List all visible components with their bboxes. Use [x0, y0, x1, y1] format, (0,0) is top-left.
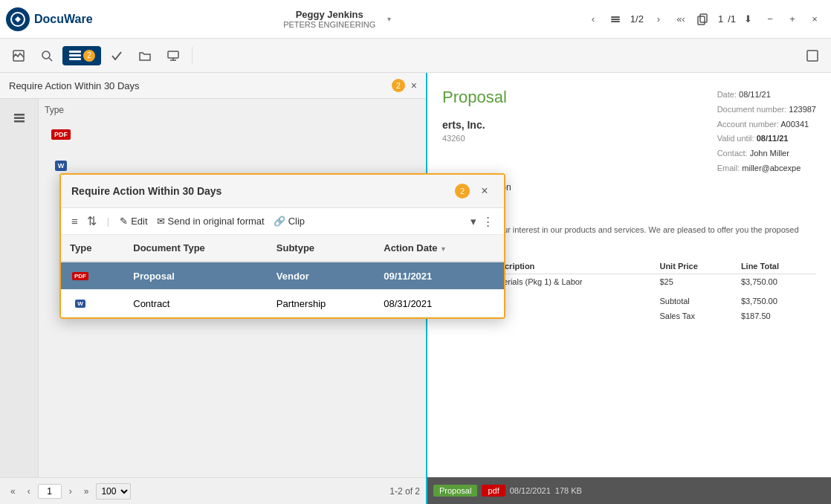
nav-chevron-right-icon[interactable]: › [648, 9, 669, 30]
nav-check-btn[interactable] [104, 46, 129, 65]
toolbar-edit-btn[interactable]: ✎ Edit [120, 216, 147, 227]
nav-folder-btn[interactable] [132, 46, 158, 65]
col-type-header[interactable]: Type [61, 235, 124, 262]
download-icon[interactable]: ⬇ [737, 9, 758, 30]
user-company: PETERS ENGINEERING [283, 20, 375, 29]
modal-header: Require Action Within 30 Days 2 × [61, 175, 504, 208]
results-info: 1-2 of 2 [389, 486, 420, 497]
toolbar-clip-btn[interactable]: 🔗 Clip [274, 216, 305, 227]
per-page-select[interactable]: 100 50 25 [96, 483, 131, 500]
svg-rect-16 [14, 114, 25, 116]
list-btn-badge: 2 [83, 50, 95, 62]
zoom-out-icon[interactable]: − [760, 9, 780, 30]
type-header: Type [45, 105, 420, 115]
tax-val: $187.50 [735, 308, 816, 323]
toolbar-sort-icon[interactable]: ⇅ [87, 214, 97, 228]
top-bar: DocuWare Peggy Jenkins PETERS ENGINEERIN… [0, 0, 831, 39]
left-sidebar [0, 99, 39, 477]
page-input-top[interactable]: 1 [718, 13, 723, 25]
last-page-btn[interactable]: » [80, 484, 94, 499]
nav-display-icon[interactable] [800, 46, 825, 65]
zoom-in-icon[interactable]: + [782, 9, 803, 30]
subtype-cell: Vendor [268, 262, 375, 290]
bottom-date: 08/12/2021 [510, 486, 551, 495]
svg-rect-2 [611, 19, 620, 20]
app-logo: DocuWare [6, 7, 93, 31]
page-number-input[interactable] [38, 484, 62, 499]
document-nav: ‹ 1/2 › «‹ 1 /1 ⬇ − + × [583, 9, 825, 30]
modal-badge: 2 [455, 184, 470, 198]
toolbar-send-btn[interactable]: ✉ Send in original format [157, 216, 265, 227]
left-bottom-bar: « ‹ › » 100 50 25 1-2 of 2 [0, 477, 426, 504]
bottom-tag-proposal: Proposal [433, 485, 477, 497]
close-window-icon[interactable]: × [804, 9, 825, 30]
toolbar-list-view-icon[interactable]: ≡ [71, 215, 78, 227]
valid-val: 08/11/21 [757, 134, 789, 143]
svg-rect-15 [807, 51, 818, 61]
nav-bar: 2 [0, 39, 831, 73]
col-subtype-header[interactable]: Subtype [268, 235, 375, 262]
svg-rect-12 [168, 51, 178, 58]
left-panel-close-icon[interactable]: × [411, 80, 417, 91]
prev-page-btn[interactable]: ‹ [23, 484, 35, 499]
valid-label: Valid until: [717, 134, 754, 143]
edit-pencil-icon: ✎ [120, 216, 128, 227]
svg-point-7 [42, 51, 50, 59]
svg-line-8 [49, 58, 52, 61]
type-icon-cell: W [61, 290, 124, 317]
modal-table: Type Document Type Subtype Action Date ▼ [61, 235, 504, 317]
left-panel-header: Require Action Within 30 Days 2 × [0, 73, 426, 99]
col-doctype-header[interactable]: Document Type [124, 235, 268, 262]
subtype-cell: Partnership [268, 290, 375, 317]
doc-num-label: Document number: [717, 105, 787, 114]
email-label: Email: [717, 164, 740, 172]
nav-double-left-icon[interactable]: «‹ [670, 9, 691, 30]
contact-val: John Miller [750, 149, 789, 158]
modal-toolbar: ≡ ⇅ | ✎ Edit ✉ Send in original format 🔗… [61, 208, 504, 235]
copy-icon[interactable] [693, 9, 714, 30]
page-nav-info: 1/2 [630, 13, 644, 25]
account-val: A00341 [780, 120, 809, 129]
svg-rect-1 [611, 16, 620, 18]
type-icon-cell: PDF [61, 262, 124, 290]
action-date-cell: 09/11/2021 [375, 262, 504, 290]
next-page-btn[interactable]: › [65, 484, 77, 499]
toolbar-more-icon[interactable]: ⋮ [482, 215, 494, 228]
toolbar-separator: | [107, 216, 109, 227]
document-type-cell: Contract [124, 290, 268, 317]
layers-icon[interactable] [605, 9, 626, 30]
first-page-btn[interactable]: « [6, 484, 20, 499]
svg-rect-11 [69, 58, 81, 60]
svg-rect-17 [14, 117, 25, 120]
nav-search-btn[interactable] [34, 46, 59, 65]
modal-close-icon[interactable]: × [476, 182, 494, 200]
list-item[interactable]: PDF [45, 120, 420, 149]
modal-dialog: Require Action Within 30 Days 2 × ≡ ⇅ | … [59, 173, 505, 319]
bottom-size: 178 KB [555, 486, 582, 495]
email-val: miller@abcexpe [742, 164, 801, 172]
svg-rect-4 [700, 14, 707, 22]
right-bottom-bar: Proposal pdf 08/12/2021 178 KB [427, 477, 831, 504]
tax-label: Sales Tax [653, 308, 734, 323]
user-chevron-icon[interactable]: ▾ [378, 9, 399, 30]
desc-col-header: Description [484, 259, 654, 274]
nav-monitor-btn[interactable] [161, 46, 186, 65]
doc-num-val: 123987 [789, 105, 816, 114]
table-row[interactable]: PDFProposalVendor09/11/2021 [61, 262, 504, 290]
user-name: Peggy Jenkins [283, 9, 375, 20]
logo-icon [6, 7, 30, 31]
nav-inbox-btn[interactable] [6, 46, 31, 65]
left-panel-title: Require Action Within 30 Days [9, 80, 140, 91]
sort-arrow-icon: ▼ [440, 245, 447, 253]
toolbar-chevron-down-icon[interactable]: ▾ [471, 215, 476, 228]
sidebar-list-icon[interactable] [6, 105, 33, 132]
left-panel: Require Action Within 30 Days 2 × Type [0, 73, 427, 504]
table-row[interactable]: WContractPartnership08/31/2021 [61, 290, 504, 317]
col-actiondate-header[interactable]: Action Date ▼ [375, 235, 504, 262]
nav-chevron-left-icon[interactable]: ‹ [583, 9, 604, 30]
nav-list-btn[interactable]: 2 [62, 46, 101, 65]
svg-rect-5 [698, 16, 705, 25]
contact-label: Contact: [717, 149, 748, 158]
svg-rect-18 [14, 120, 25, 123]
desc-cell: Materials (Pkg 1) & Labor [484, 274, 654, 289]
